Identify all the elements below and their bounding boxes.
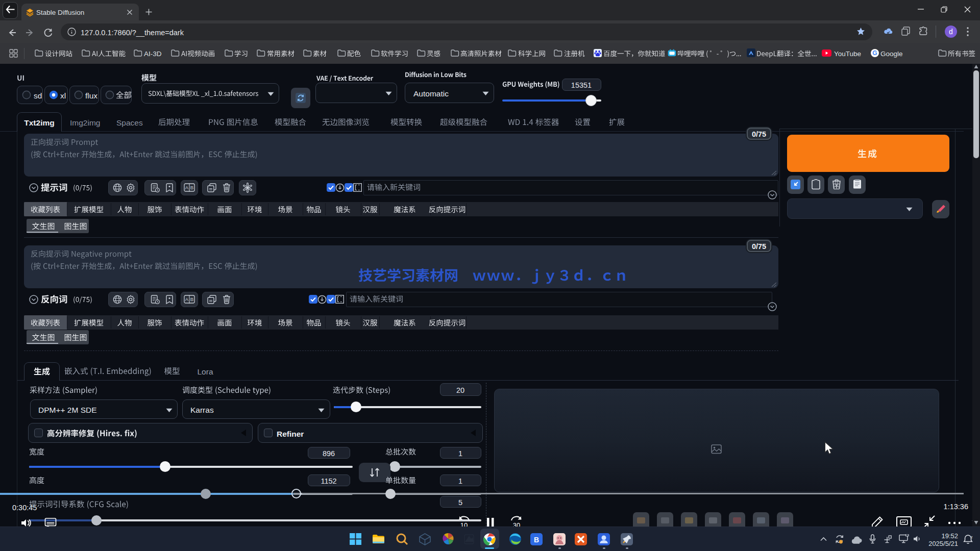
svg-text:A: A: [185, 296, 189, 302]
svg-text:B: B: [190, 185, 193, 190]
svg-text:A: A: [185, 185, 189, 190]
svg-text:B: B: [190, 296, 193, 302]
svg-text:B: B: [534, 536, 539, 544]
svg-text:z: z: [971, 535, 973, 539]
svg-text:G: G: [872, 49, 877, 57]
